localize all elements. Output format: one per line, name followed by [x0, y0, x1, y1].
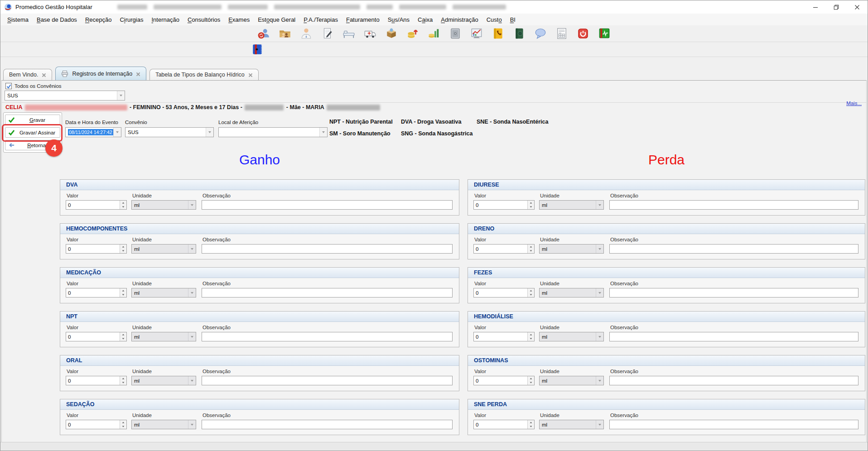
local-afericao-combo[interactable]: [218, 127, 328, 137]
spin-down-icon[interactable]: [120, 337, 126, 341]
green-book-icon[interactable]: [513, 27, 526, 40]
spin-up-icon[interactable]: [528, 245, 534, 249]
spin-down-icon[interactable]: [120, 205, 126, 210]
menu-estoque-geral[interactable]: Estoque Geral: [254, 15, 299, 24]
invoice-icon[interactable]: [555, 27, 568, 40]
valor-input[interactable]: [66, 200, 127, 210]
tab-registros-de-internacao[interactable]: Registros de Internação: [55, 67, 146, 80]
minimize-icon[interactable]: [805, 0, 826, 14]
prescription-icon[interactable]: [321, 27, 334, 40]
valor-input[interactable]: [473, 288, 535, 297]
spin-up-icon[interactable]: [528, 420, 534, 425]
unidade-label: Unidade: [132, 237, 196, 242]
safe-icon[interactable]: [449, 27, 462, 40]
spin-down-icon[interactable]: [528, 425, 534, 429]
tab-tabela-de-tipos-de-balanco-hidrico[interactable]: Tabela de Tipos de Balanço Hídrico: [149, 69, 259, 80]
tab-close-icon[interactable]: [136, 72, 140, 76]
observacao-input[interactable]: [609, 244, 858, 254]
restore-icon[interactable]: [826, 0, 847, 14]
observacao-input[interactable]: [609, 376, 858, 385]
observacao-input[interactable]: [609, 288, 858, 297]
spin-down-icon[interactable]: [528, 381, 534, 385]
ambulance-icon[interactable]: [364, 27, 376, 40]
menu-sistema[interactable]: Sistema: [3, 15, 33, 24]
spin-down-icon[interactable]: [528, 205, 534, 210]
convenio-filter-select[interactable]: SUS: [5, 91, 125, 101]
spin-up-icon[interactable]: [120, 332, 126, 337]
spin-up-icon[interactable]: [528, 332, 534, 337]
menu-sus-ans[interactable]: Sus/Ans: [384, 15, 414, 24]
spin-up-icon[interactable]: [120, 376, 126, 381]
tab-close-icon[interactable]: [42, 72, 46, 77]
power-icon[interactable]: [577, 27, 589, 40]
spin-down-icon[interactable]: [528, 249, 534, 254]
observacao-input[interactable]: [202, 332, 453, 341]
valor-input[interactable]: [473, 200, 535, 210]
spin-up-icon[interactable]: [120, 288, 126, 293]
valor-input[interactable]: [66, 376, 127, 385]
menu-caixa[interactable]: Caixa: [414, 15, 437, 24]
observacao-input[interactable]: [202, 244, 453, 254]
gravar-assinar-button[interactable]: Gravar/ Assinar: [5, 127, 60, 138]
doctor-icon[interactable]: [300, 27, 313, 40]
gravar-button[interactable]: Gravar: [5, 115, 60, 125]
menu-exames[interactable]: Exames: [224, 15, 254, 24]
sales-chart-icon[interactable]: [470, 27, 483, 40]
agenda-icon[interactable]: [251, 43, 264, 56]
menu-faturamento[interactable]: Faturamento: [342, 15, 384, 24]
tab-bem-vindo[interactable]: Bem Vindo.: [3, 69, 52, 80]
valor-input[interactable]: [66, 332, 127, 341]
valor-input[interactable]: [473, 420, 535, 429]
patients-folder-icon[interactable]: [279, 27, 291, 40]
spin-up-icon[interactable]: [528, 201, 534, 205]
valor-input[interactable]: [473, 244, 535, 254]
stock-box-icon[interactable]: [385, 27, 398, 40]
observacao-input[interactable]: [609, 332, 858, 341]
menu-p-a-terapias[interactable]: P.A./Terapias: [299, 15, 342, 24]
convenio-combo[interactable]: SUS: [125, 127, 214, 137]
more-link[interactable]: Mais...: [846, 101, 862, 106]
menu-bi[interactable]: BI: [506, 15, 520, 24]
date-combo[interactable]: 08/11/2024 14:27:42: [65, 127, 121, 137]
observacao-input[interactable]: [609, 420, 858, 429]
menu-recepcao[interactable]: Recepção: [81, 15, 116, 24]
spin-up-icon[interactable]: [528, 376, 534, 381]
valor-input[interactable]: [473, 332, 535, 341]
phonebook-icon[interactable]: [492, 27, 504, 40]
finance-up-icon[interactable]: [406, 27, 419, 40]
all-convenios-checkbox[interactable]: [5, 83, 12, 89]
observacao-input[interactable]: [202, 200, 453, 210]
menu-custo[interactable]: Custo: [482, 15, 506, 24]
tab-close-icon[interactable]: [248, 72, 253, 77]
money-chart-icon[interactable]: [428, 27, 440, 40]
observacao-input[interactable]: [202, 288, 453, 297]
hospital-bed-icon[interactable]: [342, 27, 355, 40]
valor-input[interactable]: [66, 420, 127, 429]
spin-down-icon[interactable]: [528, 293, 534, 297]
spin-down-icon[interactable]: [120, 293, 126, 297]
observacao-input[interactable]: [609, 200, 858, 210]
menu-administracao[interactable]: Administração: [437, 15, 482, 24]
menu-cirurgias[interactable]: Cirurgias: [116, 15, 147, 24]
user-sync-icon[interactable]: [257, 27, 270, 40]
valor-input[interactable]: [66, 288, 127, 297]
chat-icon[interactable]: [534, 27, 547, 40]
close-icon[interactable]: [847, 0, 868, 14]
valor-input[interactable]: [473, 376, 535, 385]
ecg-monitor-icon[interactable]: [598, 27, 611, 40]
spin-up-icon[interactable]: [120, 245, 126, 249]
spin-up-icon[interactable]: [120, 420, 126, 425]
menu-internacao[interactable]: Internação: [147, 15, 183, 24]
menu-consultorios[interactable]: Consultórios: [183, 15, 224, 24]
spin-down-icon[interactable]: [528, 337, 534, 341]
menu-base-de-dados[interactable]: Base de Dados: [33, 15, 81, 24]
observacao-input[interactable]: [202, 376, 453, 385]
valor-input[interactable]: [66, 244, 127, 254]
spin-down-icon[interactable]: [120, 425, 126, 429]
spin-up-icon[interactable]: [120, 201, 126, 205]
spin-up-icon[interactable]: [528, 288, 534, 293]
spin-down-icon[interactable]: [120, 381, 126, 385]
spin-down-icon[interactable]: [120, 249, 126, 254]
all-convenios-label: Todos os Convênios: [14, 83, 62, 89]
observacao-input[interactable]: [202, 420, 453, 429]
